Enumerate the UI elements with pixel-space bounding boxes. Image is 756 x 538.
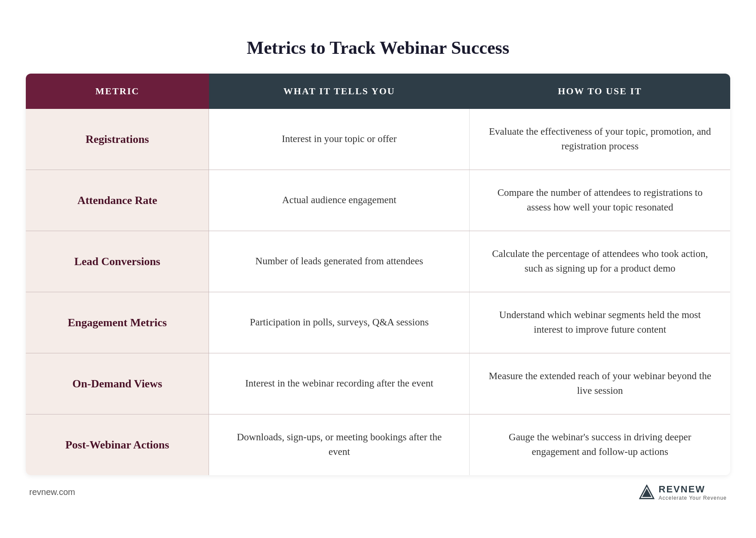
logo-text-block: REVNEW Accelerate Your Revenue [659, 484, 727, 501]
table-header-row: METRIC WHAT IT TELLS YOU HOW TO USE IT [26, 74, 730, 109]
metrics-table: METRIC WHAT IT TELLS YOU HOW TO USE IT R… [26, 74, 730, 475]
metric-cell-1: Attendance Rate [26, 170, 209, 231]
tells-cell-5: Downloads, sign-ups, or meeting bookings… [209, 414, 470, 475]
use-cell-0: Evaluate the effectiveness of your topic… [470, 109, 730, 170]
table-row: On-Demand ViewsInterest in the webinar r… [26, 353, 730, 414]
table-row: Post-Webinar ActionsDownloads, sign-ups,… [26, 414, 730, 475]
use-cell-2: Calculate the percentage of attendees wh… [470, 231, 730, 292]
logo-sub: Accelerate Your Revenue [659, 495, 727, 501]
use-cell-3: Understand which webinar segments held t… [470, 292, 730, 353]
tells-cell-4: Interest in the webinar recording after … [209, 353, 470, 414]
footer-logo: REVNEW Accelerate Your Revenue [639, 484, 727, 501]
metric-cell-0: Registrations [26, 109, 209, 170]
col-use-header: HOW TO USE IT [470, 74, 730, 109]
footer-website: revnew.com [29, 487, 75, 497]
table-row: RegistrationsInterest in your topic or o… [26, 109, 730, 170]
table-row: Attendance RateActual audience engagemen… [26, 170, 730, 231]
metric-cell-4: On-Demand Views [26, 353, 209, 414]
use-cell-1: Compare the number of attendees to regis… [470, 170, 730, 231]
page-title: Metrics to Track Webinar Success [247, 37, 510, 58]
col-metric-header: METRIC [26, 74, 209, 109]
tells-cell-1: Actual audience engagement [209, 170, 470, 231]
logo-name: REVNEW [659, 484, 706, 495]
tells-cell-2: Number of leads generated from attendees [209, 231, 470, 292]
footer: revnew.com REVNEW Accelerate Your Revenu… [26, 484, 730, 501]
table-row: Engagement MetricsParticipation in polls… [26, 292, 730, 353]
use-cell-4: Measure the extended reach of your webin… [470, 353, 730, 414]
metric-cell-2: Lead Conversions [26, 231, 209, 292]
use-cell-5: Gauge the webinar's success in driving d… [470, 414, 730, 475]
col-tells-header: WHAT IT TELLS YOU [209, 74, 470, 109]
table-body: RegistrationsInterest in your topic or o… [26, 109, 730, 475]
metric-cell-3: Engagement Metrics [26, 292, 209, 353]
table-row: Lead ConversionsNumber of leads generate… [26, 231, 730, 292]
revnew-logo-icon [639, 485, 655, 500]
metric-cell-5: Post-Webinar Actions [26, 414, 209, 475]
tells-cell-3: Participation in polls, surveys, Q&A ses… [209, 292, 470, 353]
tells-cell-0: Interest in your topic or offer [209, 109, 470, 170]
